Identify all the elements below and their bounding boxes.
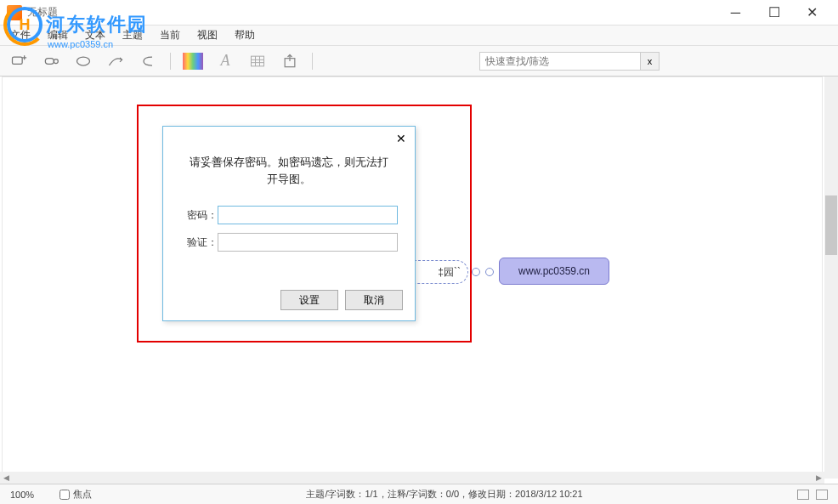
search-input[interactable] — [479, 52, 641, 71]
relationship-button[interactable] — [105, 51, 126, 71]
password-label: 密码： — [180, 208, 218, 223]
mindmap-node-child[interactable]: www.pc0359.cn — [499, 258, 609, 285]
horizontal-scrollbar[interactable]: ◀ ▶ — [0, 472, 824, 484]
color-button[interactable] — [183, 51, 203, 71]
view-mode-icon-1[interactable] — [797, 490, 809, 500]
boundary-button[interactable] — [138, 51, 158, 71]
menu-current[interactable]: 当前 — [156, 26, 184, 44]
zoom-level[interactable]: 100% — [10, 490, 53, 500]
password-dialog: ✕ 请妥善保存密码。如密码遗忘，则无法打开导图。 密码： 验证： 设置 取消 — [162, 126, 416, 321]
search-clear-button[interactable]: x — [641, 52, 660, 71]
menu-edit[interactable]: 编辑 — [44, 26, 71, 44]
connector-dot — [485, 268, 494, 276]
password-input[interactable] — [218, 206, 398, 224]
new-topic-button[interactable] — [8, 51, 29, 71]
maximize-button[interactable]: ☐ — [755, 1, 793, 25]
dialog-close-button[interactable]: ✕ — [393, 130, 410, 147]
float-topic-button[interactable] — [73, 51, 93, 71]
minimize-button[interactable]: ─ — [716, 1, 755, 25]
scrollbar-thumb[interactable] — [825, 195, 837, 255]
status-info: 主题/字词数：1/1，注释/字词数：0/0，修改日期：2018/3/12 10:… — [92, 488, 797, 501]
status-bar: 100% 焦点 主题/字词数：1/1，注释/字词数：0/0，修改日期：2018/… — [0, 484, 838, 504]
scroll-right-arrow[interactable]: ▶ — [813, 473, 824, 483]
dialog-message: 请妥善保存密码。如密码遗忘，则无法打开导图。 — [163, 150, 415, 201]
menu-text[interactable]: 文本 — [82, 26, 109, 44]
canvas-area[interactable]: ‡园`` www.pc0359.cn ✕ 请妥善保存密码。如密码遗忘，则无法打开… — [0, 76, 824, 479]
scroll-left-arrow[interactable]: ◀ — [0, 473, 12, 483]
toolbar: A x — [0, 46, 838, 76]
menu-file[interactable]: 文件 — [7, 26, 34, 44]
vertical-scrollbar[interactable] — [824, 76, 838, 479]
focus-checkbox[interactable]: 焦点 — [59, 488, 92, 501]
menu-theme[interactable]: 主题 — [119, 26, 146, 44]
share-button[interactable] — [280, 51, 300, 71]
menu-view[interactable]: 视图 — [194, 26, 221, 44]
window-title: 无标题 — [27, 5, 716, 20]
cancel-button[interactable]: 取消 — [345, 290, 403, 310]
focus-checkbox-input[interactable] — [59, 490, 70, 500]
close-button[interactable]: ✕ — [793, 1, 831, 25]
menu-help[interactable]: 帮助 — [231, 26, 258, 44]
font-button[interactable]: A — [215, 51, 235, 71]
svg-rect-4 — [252, 56, 264, 66]
set-button[interactable]: 设置 — [280, 290, 338, 310]
svg-point-3 — [77, 57, 90, 65]
svg-point-2 — [54, 59, 58, 63]
table-button[interactable] — [247, 51, 268, 71]
sub-topic-button[interactable] — [41, 51, 61, 71]
app-icon — [7, 5, 22, 20]
view-mode-icon-2[interactable] — [816, 490, 828, 500]
svg-rect-1 — [45, 58, 54, 64]
verify-input[interactable] — [218, 233, 398, 252]
menu-bar: 文件 编辑 文本 主题 当前 视图 帮助 — [0, 25, 838, 46]
svg-rect-0 — [13, 57, 23, 64]
connector-dot — [472, 268, 480, 276]
verify-label: 验证： — [180, 235, 218, 250]
